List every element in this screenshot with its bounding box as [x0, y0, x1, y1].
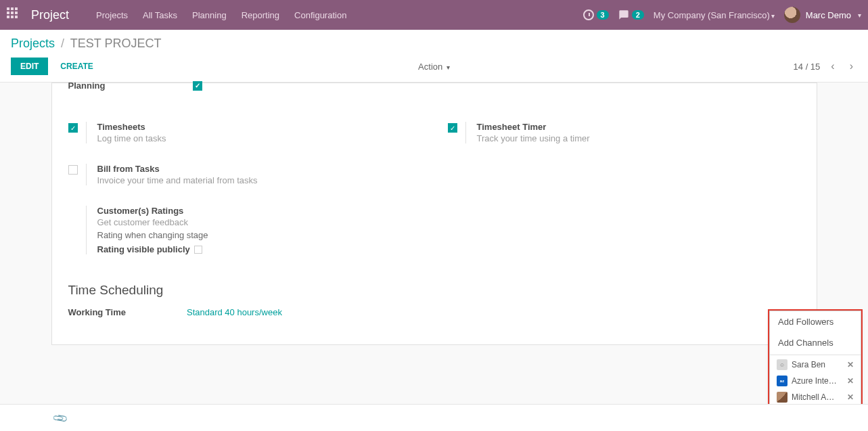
chat-icon — [618, 9, 629, 20]
breadcrumb-separator: / — [61, 37, 64, 50]
timesheets-desc: Log time on tasks — [97, 133, 166, 143]
add-followers-item[interactable]: Add Followers — [770, 311, 861, 332]
timesheets-title: Timesheets — [97, 122, 166, 132]
attachment-icon[interactable]: 📎 — [51, 409, 69, 426]
brand-title: Project — [31, 8, 69, 22]
rating-visible-label: Rating visible publicly — [97, 244, 190, 254]
ratings-extra: Rating when changing stage — [97, 230, 208, 240]
clock-icon — [583, 9, 594, 20]
discuss-indicator[interactable]: 2 — [618, 9, 644, 20]
rating-visible-checkbox[interactable] — [194, 246, 202, 254]
follower-row: ☺ Sara Ben ✕ — [770, 357, 861, 373]
timer-title: Timesheet Timer — [477, 122, 590, 132]
caret-down-icon: ▾ — [858, 12, 861, 19]
time-scheduling-heading: Time Scheduling — [68, 283, 800, 298]
follower-row: az Azure Inte… ✕ — [770, 373, 861, 389]
top-navbar: Project Projects All Tasks Planning Repo… — [0, 0, 868, 30]
remove-follower-icon[interactable]: ✕ — [847, 360, 854, 369]
follower-avatar-icon: ☺ — [777, 359, 787, 370]
nav-all-tasks[interactable]: All Tasks — [143, 10, 177, 20]
user-menu[interactable]: Marc Demo ▾ — [784, 7, 861, 23]
user-avatar-icon — [784, 7, 800, 23]
bill-desc: Invoice your time and material from task… — [97, 175, 258, 185]
breadcrumb-root[interactable]: Projects — [11, 37, 55, 50]
pager-next[interactable]: › — [846, 59, 857, 74]
planning-label: Planning — [68, 81, 106, 91]
nav-reporting[interactable]: Reporting — [242, 10, 279, 20]
pager-text: 14 / 15 — [794, 62, 821, 72]
follower-name[interactable]: Sara Ben — [792, 360, 843, 369]
pager: 14 / 15 ‹ › — [794, 59, 857, 74]
chatter-bar: 📎 — [0, 404, 868, 431]
follower-name[interactable]: Azure Inte… — [792, 376, 843, 386]
create-button[interactable]: CREATE — [51, 58, 102, 75]
timesheets-checkbox[interactable]: ✓ — [68, 123, 78, 133]
company-switcher[interactable]: My Company (San Francisco)▾ — [654, 10, 775, 20]
add-channels-item[interactable]: Add Channels — [770, 332, 861, 353]
control-bar: EDIT CREATE Action ▾ 14 / 15 ‹ › — [0, 51, 868, 83]
ratings-desc: Get customer feedback — [97, 217, 208, 227]
remove-follower-icon[interactable]: ✕ — [847, 376, 854, 386]
breadcrumb-current: TEST PROJECT — [70, 37, 162, 50]
caret-down-icon: ▾ — [447, 64, 450, 71]
edit-button[interactable]: EDIT — [11, 58, 48, 75]
follower-row: Mitchell A… ✕ — [770, 389, 861, 405]
working-time-value[interactable]: Standard 40 hours/week — [187, 307, 282, 317]
form-sheet: Planning ✓ ✓ Timesheets Log time on task… — [51, 83, 817, 345]
breadcrumb: Projects / TEST PROJECT — [11, 37, 857, 51]
action-label: Action — [418, 62, 442, 72]
activities-indicator[interactable]: 3 — [583, 9, 609, 20]
follower-avatar-icon: az — [777, 376, 787, 386]
apps-icon[interactable] — [7, 7, 22, 22]
working-time-label: Working Time — [68, 307, 126, 317]
ratings-title: Customer(s) Ratings — [97, 206, 208, 216]
remove-follower-icon[interactable]: ✕ — [847, 392, 854, 402]
nav-projects[interactable]: Projects — [96, 10, 128, 20]
discuss-badge: 2 — [632, 10, 644, 20]
planning-checkbox[interactable]: ✓ — [193, 81, 202, 91]
company-name: My Company (San Francisco) — [654, 10, 770, 20]
bill-title: Bill from Tasks — [97, 164, 258, 174]
nav-configuration[interactable]: Configuration — [294, 10, 346, 20]
timer-desc: Track your time using a timer — [477, 133, 590, 143]
caret-down-icon: ▾ — [771, 12, 775, 20]
nav-planning[interactable]: Planning — [192, 10, 227, 20]
activities-badge: 3 — [597, 10, 609, 20]
nav-menu: Projects All Tasks Planning Reporting Co… — [96, 10, 346, 20]
follower-name[interactable]: Mitchell A… — [792, 392, 843, 402]
user-name: Marc Demo — [806, 10, 851, 20]
timesheet-timer-checkbox[interactable]: ✓ — [448, 123, 457, 133]
action-dropdown[interactable]: Action ▾ — [418, 62, 450, 72]
pager-prev[interactable]: ‹ — [827, 59, 838, 74]
follower-avatar-icon — [777, 392, 787, 403]
breadcrumb-bar: Projects / TEST PROJECT — [0, 30, 868, 51]
bill-from-tasks-checkbox[interactable] — [68, 165, 78, 175]
